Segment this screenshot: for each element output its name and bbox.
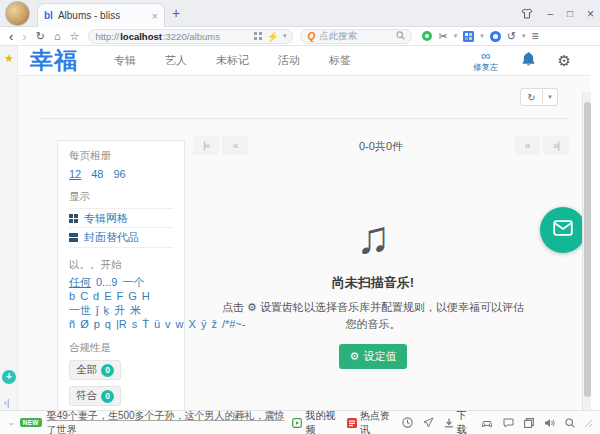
refresh-caret-button[interactable]: ▾ [543, 88, 558, 106]
nav-item[interactable]: 标签 [329, 53, 351, 68]
speaker-icon[interactable] [544, 418, 555, 428]
alphabet-link[interactable]: H [142, 290, 150, 302]
nav-item[interactable]: 未标记 [216, 53, 249, 68]
search-magnifier-icon[interactable] [396, 31, 405, 42]
compliance-filter-button[interactable]: 符合 0 [69, 386, 121, 406]
status-chevron-icon[interactable]: ⌄ [8, 418, 15, 427]
speed-mode-icon[interactable]: ⚡ [266, 31, 278, 42]
alphabet-link[interactable]: q [105, 318, 111, 330]
alphabet-link[interactable]: ñ [69, 318, 75, 330]
menu-icon[interactable]: ≡ [531, 29, 538, 43]
alphabet-link[interactable]: ķ [103, 304, 109, 316]
message-icon[interactable] [503, 418, 514, 428]
scissors-caret-icon[interactable]: ▾ [454, 32, 458, 40]
undo-caret-icon[interactable]: ▾ [522, 32, 526, 40]
new-tab-button[interactable]: + [172, 5, 180, 21]
multi-window-icon[interactable] [524, 418, 534, 428]
alphabet-link[interactable]: ĵ [96, 304, 98, 316]
display-option-label: 封面替代品 [84, 230, 139, 245]
browser-tab[interactable]: bl Albums - bliss × [37, 3, 165, 27]
minimize-button[interactable]: – [547, 8, 553, 19]
notifications-bell-icon[interactable] [521, 51, 536, 70]
screenshot-scissors-icon[interactable]: ✂ [438, 30, 447, 43]
nav-item[interactable]: 艺人 [165, 53, 187, 68]
news-icon [347, 418, 357, 428]
display-option-covers[interactable]: 封面替代品 [69, 228, 173, 248]
alphabet-link[interactable]: s [132, 318, 138, 330]
address-bar[interactable]: http://localhost:3220/albums ⚡ ▾ [88, 29, 293, 44]
collapse-panel-icon[interactable]: ‹| [4, 398, 9, 408]
alphabet-link[interactable]: p [94, 318, 100, 330]
page-scrollbar[interactable] [582, 92, 591, 434]
alphabet-link[interactable]: C [80, 290, 88, 302]
alphabet-link[interactable]: b [69, 290, 75, 302]
prev-page-button[interactable]: « [222, 136, 248, 155]
last-page-button[interactable]: »| [543, 136, 569, 155]
apps-icon[interactable] [490, 31, 501, 42]
search-box[interactable]: Q 点此搜索 [300, 29, 412, 44]
search-engine-icon[interactable]: Q [307, 31, 315, 42]
alphabet-link[interactable]: F [117, 290, 124, 302]
boost-rocket-icon[interactable] [423, 417, 434, 428]
nav-item[interactable]: 专辑 [114, 53, 136, 68]
address-caret-icon[interactable]: ▾ [283, 32, 287, 40]
compliance-label: 合规性是 [69, 341, 173, 354]
hot-news-button[interactable]: 热点资讯 [347, 409, 392, 434]
per-page-option[interactable]: 48 [91, 168, 103, 180]
per-page-option[interactable]: 12 [69, 168, 81, 180]
tab-bar: bl Albums - bliss × + – □ × [0, 0, 600, 27]
user-avatar[interactable] [5, 1, 30, 26]
display-option-grid[interactable]: 专辑网格 [69, 208, 173, 228]
fixes-left-indicator[interactable]: ∞ 修复左 [473, 49, 499, 72]
alphabet-link[interactable]: 一世 [69, 304, 91, 316]
alphabet-link[interactable]: v [165, 318, 171, 330]
alphabet-link[interactable]: 0...9 [96, 276, 117, 288]
first-page-button[interactable]: |« [193, 136, 219, 155]
browser-logo-icon[interactable] [422, 31, 432, 41]
side-tool-icon[interactable]: + [2, 370, 16, 384]
back-icon[interactable]: ‹ [9, 30, 13, 43]
scrollbar-thumb[interactable] [584, 102, 591, 397]
settings-gear-icon[interactable]: ⚙ [558, 53, 571, 68]
my-videos-button[interactable]: 我的视频 [292, 409, 337, 434]
site-logo[interactable]: 幸福 [30, 49, 78, 72]
compliance-filter-button[interactable]: 全部 0 [69, 360, 121, 380]
alphabet-link[interactable]: ü [154, 318, 160, 330]
resize-grip[interactable] [585, 419, 592, 427]
zoom-magnifier-icon[interactable] [565, 418, 575, 428]
favorites-star-icon[interactable]: ★ [4, 52, 14, 65]
extensions-icon[interactable] [463, 31, 474, 42]
alphabet-link[interactable]: 升 [114, 304, 125, 316]
window-close-button[interactable]: × [587, 7, 594, 21]
nav-item[interactable]: 活动 [278, 53, 300, 68]
next-page-button[interactable]: » [514, 136, 540, 155]
alphabet-link[interactable]: Ø [80, 318, 89, 330]
shopping-guard-icon[interactable] [481, 418, 493, 428]
settings-button[interactable]: ⚙ 设定值 [339, 344, 408, 369]
alphabet-link[interactable]: 米 [130, 304, 141, 316]
starts-with-label: 以。。开始 [69, 258, 173, 271]
tab-close-icon[interactable]: × [152, 10, 158, 22]
feedback-mail-fab[interactable] [540, 207, 586, 253]
alphabet-link[interactable]: |R [116, 318, 127, 330]
alphabet-link[interactable]: w [176, 318, 184, 330]
news-headline-link[interactable]: 娶49个妻子，生500多个子孙，这个男人的葬礼，震惊了世界 [47, 409, 293, 434]
reload-icon[interactable]: ↻ [36, 31, 45, 42]
history-undo-icon[interactable]: ↺ [507, 30, 516, 43]
refresh-button[interactable]: ↻ [520, 88, 543, 106]
alphabet-link[interactable]: G [128, 290, 137, 302]
history-clock-icon[interactable] [402, 417, 413, 428]
alphabet-link[interactable]: E [104, 290, 111, 302]
per-page-option[interactable]: 96 [114, 168, 126, 180]
reader-mode-icon[interactable] [254, 32, 262, 40]
home-icon[interactable]: ⌂ [54, 31, 61, 42]
alphabet-link[interactable]: Ť [142, 318, 149, 330]
alphabet-link[interactable]: 任何 [69, 276, 91, 288]
bookmark-star-icon[interactable]: ☆ [70, 31, 80, 42]
maximize-button[interactable]: □ [567, 8, 573, 19]
theme-skin-icon[interactable] [521, 8, 533, 19]
alphabet-link[interactable]: 一个 [122, 276, 144, 288]
download-button[interactable]: 下载 [444, 409, 472, 434]
alphabet-link[interactable]: d [93, 290, 99, 302]
extensions-caret-icon[interactable]: ▾ [480, 32, 484, 40]
